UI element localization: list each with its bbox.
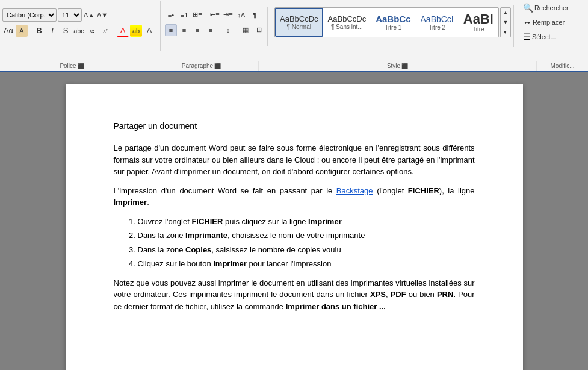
font-group: Calibri (Corp... 11 A▲ A▼ Aα A B I S abc… — [0, 6, 158, 47]
styles-scroll-up-btn[interactable]: ▲ — [501, 8, 510, 17]
style-sansint-preview: AaBbCcDc — [328, 14, 367, 24]
styles-list-container: AaBbCcDc ¶ Normal AaBbCcDc ¶ Sans int...… — [274, 7, 499, 37]
police-label: Police — [60, 63, 76, 69]
imprimante-bold: Imprimante — [185, 231, 227, 240]
multilevel-btn[interactable]: ⊞≡ — [191, 9, 203, 21]
numbering-btn[interactable]: ≡1 — [178, 9, 190, 21]
font-case-btn[interactable]: A — [16, 25, 28, 37]
decrease-font-btn[interactable]: A▼ — [96, 9, 108, 21]
style-normal-item[interactable]: AaBbCcDc ¶ Normal — [275, 8, 323, 37]
xps-bold: XPS — [370, 290, 386, 299]
rechercher-btn[interactable]: 🔍 Rechercher — [521, 2, 571, 14]
paragraphe-label-cell[interactable]: Paragraphe ⬛ — [144, 61, 259, 71]
style-sansint-label: ¶ Sans int... — [331, 24, 363, 30]
style-normal-label: ¶ Normal — [287, 24, 311, 30]
document-page[interactable]: Partager un document Le partage d'un doc… — [66, 84, 523, 370]
para-row2: ≡ ≡ ≡ ≡ ↕ ▦ ⊞ — [165, 24, 265, 37]
superscript-btn[interactable]: x² — [99, 25, 111, 37]
document-area: Partager un document Le partage d'un doc… — [0, 72, 588, 370]
justify-btn[interactable]: ≡ — [205, 24, 217, 36]
remplacer-btn[interactable]: ↔ Remplacer — [521, 16, 567, 28]
selectionner-btn[interactable]: ☰ Sélect... — [521, 31, 559, 43]
modifier-label-cell[interactable]: Modific... — [537, 61, 588, 71]
style-titre2-label: Titre 2 — [429, 24, 445, 31]
style-titre2-item[interactable]: AaBbCcI Titre 2 — [416, 8, 459, 37]
line-spacing-btn[interactable]: ↕ — [222, 24, 234, 36]
style-expand-icon: ⬛ — [401, 63, 408, 69]
paragraphe-expand-icon: ⬛ — [214, 63, 221, 69]
align-left-btn[interactable]: ≡ — [165, 24, 177, 36]
style-titre-item[interactable]: AaBl Titre — [459, 8, 498, 37]
rechercher-icon: 🔍 — [523, 3, 533, 13]
modifier-group: 🔍 Rechercher ↔ Remplacer ☰ Sélect... — [518, 0, 574, 52]
modifier-label: Modific... — [550, 63, 574, 69]
align-right-btn[interactable]: ≡ — [191, 24, 203, 36]
font-reset-btn[interactable]: Aα — [2, 25, 14, 37]
style-titre-preview: AaBl — [463, 13, 494, 26]
ribbon-top-row: Calibri (Corp... 11 A▲ A▼ Aα A B I S abc… — [0, 0, 588, 61]
style-titre1-item[interactable]: AaBbCc Titre 1 — [371, 8, 415, 37]
styles-scroll-btns: ▲ ▼ ▾ — [500, 7, 511, 37]
para-row1: ≡• ≡1 ⊞≡ ⇤≡ ⇥≡ ↕A ¶ — [165, 8, 261, 22]
bullets-btn[interactable]: ≡• — [165, 9, 177, 21]
imprimer-fichier-bold: Imprimer dans un fichier ... — [286, 302, 386, 311]
remplacer-icon: ↔ — [523, 17, 531, 27]
prn-bold: PRN — [437, 290, 453, 299]
style-sansint-item[interactable]: AaBbCcDc ¶ Sans int... — [323, 8, 371, 37]
font-color2-btn[interactable]: A — [143, 25, 155, 37]
sort-btn[interactable]: ↕A — [235, 9, 247, 21]
font-family-select[interactable]: Calibri (Corp... — [2, 8, 57, 22]
selectionner-label: Sélect... — [532, 33, 556, 40]
underline-btn[interactable]: S — [60, 25, 72, 37]
font-size-select[interactable]: 11 — [58, 8, 82, 22]
style-titre1-preview: AaBbCc — [376, 14, 410, 24]
style-titre2-preview: AaBbCcI — [421, 14, 454, 24]
styles-scroll-down-btn[interactable]: ▼ — [501, 17, 510, 27]
selectionner-icon: ☰ — [523, 32, 531, 42]
paragraph-group: ≡• ≡1 ⊞≡ ⇤≡ ⇥≡ ↕A ¶ ≡ ≡ ≡ ≡ ↕ ▦ ⊞ — [162, 7, 268, 46]
imprimer-bold-list: Imprimer — [308, 217, 342, 226]
paragraph-1: Le partage d'un document Word peut se fa… — [114, 142, 475, 178]
police-expand-icon: ⬛ — [78, 63, 84, 69]
list-item-4: Cliquez sur le bouton Imprimer pour lanc… — [138, 258, 475, 270]
styles-group: AaBbCcDc ¶ Normal AaBbCcDc ¶ Sans int...… — [272, 5, 514, 47]
list-item-3: Dans la zone Copies, saisissez le nombre… — [138, 244, 475, 256]
align-center-btn[interactable]: ≡ — [178, 24, 190, 36]
style-label-cell[interactable]: Style ⬛ — [259, 61, 537, 71]
fichier-bold-list: FICHIER — [191, 217, 223, 226]
list-item-2: Dans la zone Imprimante, choisissez le n… — [138, 230, 475, 242]
style-label: Style — [387, 63, 400, 69]
style-titre1-label: Titre 1 — [385, 24, 401, 31]
document-title: Partager un document — [114, 120, 475, 133]
ribbon-group-labels: Police ⬛ Paragraphe ⬛ Style ⬛ Modific... — [0, 61, 588, 71]
copies-bold: Copies — [185, 245, 211, 254]
subscript-btn[interactable]: x₂ — [86, 25, 98, 37]
backstage-link[interactable]: Backstage — [336, 186, 373, 195]
list-item-1: Ouvrez l'onglet FICHIER puis cliquez sur… — [138, 216, 475, 228]
borders-btn[interactable]: ⊞ — [253, 24, 265, 36]
italic-btn[interactable]: I — [46, 25, 58, 37]
bold-btn[interactable]: B — [33, 25, 45, 37]
highlight-btn[interactable]: ab — [130, 25, 142, 37]
font-row1: Calibri (Corp... 11 A▲ A▼ — [2, 8, 108, 22]
shading-btn[interactable]: ▦ — [240, 24, 252, 36]
group-divider-3 — [516, 1, 516, 51]
paragraph-3: Notez que vous pouvez aussi imprimer le … — [114, 277, 475, 313]
increase-indent-btn[interactable]: ⇥≡ — [222, 9, 234, 21]
decrease-indent-btn[interactable]: ⇤≡ — [209, 9, 221, 21]
imprimer-bold-2: Imprimer — [213, 259, 247, 268]
font-color-btn[interactable]: A — [117, 25, 129, 37]
show-marks-btn[interactable]: ¶ — [249, 9, 261, 21]
fichier-bold: FICHIER — [408, 186, 439, 195]
paragraphe-label: Paragraphe — [182, 63, 213, 69]
styles-more-btn[interactable]: ▾ — [501, 27, 510, 37]
styles-row: AaBbCcDc ¶ Normal AaBbCcDc ¶ Sans int...… — [274, 7, 511, 37]
police-label-cell[interactable]: Police ⬛ — [0, 61, 144, 71]
paragraph-2: L'impression d'un document Word se fait … — [114, 185, 475, 209]
increase-font-btn[interactable]: A▲ — [83, 9, 95, 21]
strikethrough-btn[interactable]: abc — [73, 25, 85, 37]
group-divider-2 — [270, 1, 270, 51]
rechercher-label: Rechercher — [534, 4, 569, 11]
pdf-bold: PDF — [391, 290, 406, 299]
style-titre-label: Titre — [472, 26, 484, 33]
